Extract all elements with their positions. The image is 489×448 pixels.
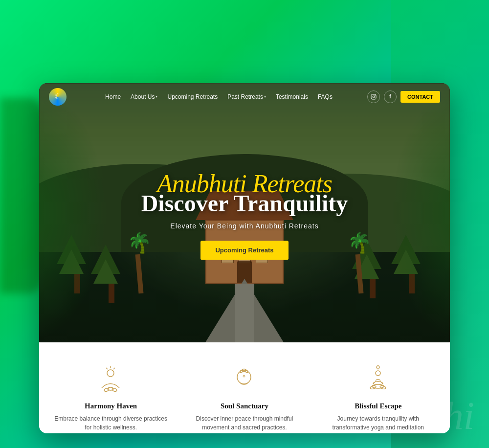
soul-sanctuary-desc: Discover inner peace through mindful mov…: [186, 414, 303, 432]
svg-rect-0: [371, 94, 376, 99]
hero-section: 🌴 🌴 ☾ Home About Us ▾ Upcoming Retre: [39, 83, 450, 342]
upcoming-retreats-button[interactable]: Upcoming Retreats: [200, 241, 288, 260]
nav-testimonials[interactable]: Testimonials: [272, 91, 312, 102]
nav-about-label: About Us: [131, 93, 155, 100]
facebook-icon[interactable]: f: [384, 90, 397, 103]
hero-content: Anubhuti Retreats Discover Tranquility E…: [39, 173, 450, 260]
nav-social-icons: f CONTACT: [367, 90, 440, 103]
svg-point-6: [111, 387, 117, 392]
harmony-haven-desc: Embrace balance through diverse practice…: [52, 414, 170, 432]
soul-sanctuary-icon: [227, 362, 262, 396]
navbar: ☾ Home About Us ▾ Upcoming Retreats Past…: [39, 83, 450, 110]
svg-point-12: [240, 369, 244, 373]
nav-upcoming[interactable]: Upcoming Retreats: [163, 91, 222, 102]
svg-point-15: [376, 371, 380, 376]
svg-point-16: [372, 384, 384, 388]
contact-button[interactable]: CONTACT: [400, 91, 440, 103]
nav-about[interactable]: About Us ▾: [127, 91, 161, 102]
svg-point-14: [243, 375, 245, 377]
soul-sanctuary-title: Soul Sanctuary: [186, 402, 303, 410]
card-harmony-haven: Harmony Haven Embrace balance through di…: [52, 362, 170, 432]
logo-symbol: ☾: [54, 92, 61, 101]
chevron-down-icon: ▾: [156, 94, 157, 99]
nav-past[interactable]: Past Retreats ▾: [223, 91, 270, 102]
nav-links: Home About Us ▾ Upcoming Retreats Past R…: [74, 91, 363, 102]
card-soul-sanctuary: Soul Sanctuary Discover inner peace thro…: [186, 362, 303, 432]
logo[interactable]: ☾: [49, 88, 67, 106]
hero-subtitle: Elevate Your Being with Anubhuti Retreat…: [39, 222, 450, 230]
nav-faqs[interactable]: FAQs: [314, 91, 336, 102]
svg-line-9: [106, 368, 108, 369]
instagram-icon[interactable]: [367, 90, 380, 103]
svg-point-5: [104, 387, 109, 392]
card-blissful-escape: Blissful Escape Journey towards tranquil…: [319, 362, 437, 433]
nav-home[interactable]: Home: [101, 91, 125, 102]
svg-point-13: [244, 369, 248, 373]
svg-point-2: [375, 95, 375, 95]
svg-line-8: [113, 368, 115, 369]
svg-point-3: [107, 370, 114, 377]
blissful-escape-desc: Journey towards tranquility with transfo…: [319, 414, 437, 433]
browser-window: 🌴 🌴 ☾ Home About Us ▾ Upcoming Retre: [39, 83, 450, 433]
harmony-haven-title: Harmony Haven: [52, 402, 170, 410]
nav-past-label: Past Retreats: [227, 93, 263, 100]
blissful-escape-icon: [361, 362, 395, 396]
chevron-down-icon-2: ▾: [264, 94, 266, 99]
cards-section: Harmony Haven Embrace balance through di…: [39, 342, 450, 433]
blissful-escape-title: Blissful Escape: [319, 402, 437, 410]
svg-point-1: [373, 96, 375, 98]
harmony-haven-icon: [94, 362, 128, 396]
hero-main-title: Discover Tranquility: [39, 192, 450, 215]
